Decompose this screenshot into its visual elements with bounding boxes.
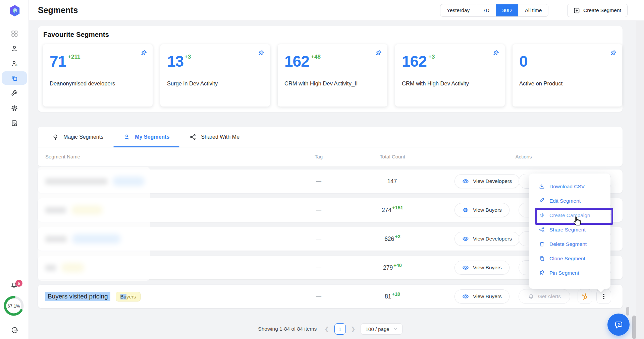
get-alerts-button[interactable]: Get Alerts bbox=[519, 289, 570, 304]
menu-item-edit-segment[interactable]: Edit Segment bbox=[529, 194, 610, 208]
page-size-value: 100 / page bbox=[366, 326, 389, 332]
segment-name: Buyers visited pricing bbox=[45, 292, 110, 301]
card-value: 71 bbox=[50, 52, 66, 70]
column-actions: Actions bbox=[497, 154, 550, 159]
tab-label: Magic Segments bbox=[63, 134, 103, 140]
tab-shared-with-me[interactable]: Shared With Me bbox=[179, 127, 250, 147]
tag-badge: Buyers bbox=[116, 292, 141, 301]
row-menu-button[interactable] bbox=[596, 289, 611, 304]
card-label: Deanonymised developers bbox=[50, 80, 115, 87]
tab-my-segments[interactable]: My Segments bbox=[113, 127, 179, 147]
redacted-tag-badge bbox=[61, 263, 84, 272]
menu-item-label: Clone Segment bbox=[549, 256, 585, 262]
segment-name-cell bbox=[45, 256, 84, 279]
filter-7d[interactable]: 7D bbox=[476, 4, 496, 16]
next-page-button[interactable]: ❯ bbox=[351, 326, 356, 332]
favourites-heading: Favourite Segments bbox=[43, 30, 109, 39]
tab-magic-segments[interactable]: Magic Segments bbox=[42, 127, 113, 147]
edit-icon bbox=[539, 198, 545, 204]
download-icon bbox=[539, 183, 545, 190]
sidebar-item-buyers[interactable]: $ bbox=[0, 57, 29, 70]
view-developers-button[interactable]: View Developers bbox=[454, 232, 520, 246]
card-delta: +211 bbox=[68, 54, 80, 60]
count-value: 274 bbox=[382, 207, 391, 214]
filter-all-time[interactable]: All time bbox=[518, 4, 548, 16]
count-cell: 626 +2 bbox=[356, 227, 429, 251]
sidebar-item-tools[interactable] bbox=[0, 86, 29, 100]
menu-item-delete-segment[interactable]: Delete Segment bbox=[529, 237, 610, 251]
favourite-card[interactable]: 162 +3 CRM with High Dev Activity bbox=[395, 44, 505, 107]
favourite-card[interactable]: 0 Active on Product bbox=[513, 44, 622, 107]
sidebar-item-settings[interactable] bbox=[0, 101, 29, 115]
eye-icon bbox=[462, 207, 469, 213]
time-filter-group: Yesterday 7D 30D All time bbox=[440, 4, 548, 17]
table-header-row: Segment Name Tag Total Count Actions bbox=[38, 147, 623, 166]
card-value: 162 bbox=[284, 52, 309, 70]
redacted-segment-name bbox=[45, 265, 56, 271]
sidebar-item-developers[interactable] bbox=[0, 42, 29, 55]
favourite-card[interactable]: 162 +48 CRM with High Dev Activity_II bbox=[278, 44, 387, 107]
count-value: 147 bbox=[387, 178, 397, 185]
pin-icon[interactable] bbox=[258, 50, 265, 57]
pin-icon[interactable] bbox=[375, 50, 382, 57]
menu-item-share-segment[interactable]: Share Segment bbox=[529, 222, 610, 237]
eye-icon bbox=[462, 264, 469, 271]
hand-cursor bbox=[572, 216, 582, 227]
tag-cell: — bbox=[304, 198, 334, 222]
sidebar-item-dashboard[interactable] bbox=[0, 27, 29, 40]
tag-cell: — bbox=[304, 170, 334, 193]
card-label: Active on Product bbox=[519, 80, 562, 87]
page-number-button[interactable]: 1 bbox=[334, 323, 346, 335]
prev-page-button[interactable]: ❮ bbox=[324, 326, 329, 332]
menu-item-create-campaign[interactable]: Create Campaign bbox=[529, 208, 610, 222]
plus-square-icon bbox=[574, 7, 580, 14]
menu-item-download-csv[interactable]: Download CSV bbox=[529, 179, 610, 194]
sidebar-item-reports[interactable] bbox=[0, 117, 29, 130]
svg-text:?: ? bbox=[618, 323, 620, 327]
pagination: Showing 1-84 of 84 items ❮ 1 ❯ 100 / pag… bbox=[38, 322, 623, 336]
menu-item-pin-segment[interactable]: Pin Segment bbox=[529, 266, 610, 280]
filter-yesterday[interactable]: Yesterday bbox=[440, 4, 476, 16]
view-developers-button[interactable]: View Developers bbox=[454, 174, 520, 188]
lightbulb-icon bbox=[52, 134, 59, 140]
pin-icon[interactable] bbox=[492, 50, 499, 57]
menu-item-label: Download CSV bbox=[549, 184, 585, 190]
page-scrollbar-thumb[interactable] bbox=[632, 316, 636, 339]
count-cell: 279 +40 bbox=[356, 256, 429, 279]
tab-label: My Segments bbox=[135, 134, 169, 140]
inner-scrollbar-thumb[interactable] bbox=[626, 307, 629, 316]
logout-button[interactable] bbox=[11, 326, 18, 335]
share-nodes-icon bbox=[190, 134, 196, 140]
view-buyers-button[interactable]: View Buyers bbox=[454, 261, 509, 275]
redacted-tag-badge bbox=[71, 205, 103, 215]
app-logo[interactable] bbox=[8, 4, 21, 17]
dots-icon bbox=[603, 294, 604, 295]
filter-30d[interactable]: 30D bbox=[496, 4, 518, 16]
share-icon bbox=[539, 226, 545, 233]
page-size-select[interactable]: 100 / page bbox=[361, 323, 402, 335]
menu-item-clone-segment[interactable]: Clone Segment bbox=[529, 251, 610, 266]
help-chat-fab[interactable]: ? bbox=[607, 314, 630, 336]
scrollbar-track[interactable] bbox=[636, 0, 644, 339]
view-buyers-button[interactable]: View Buyers bbox=[454, 289, 509, 303]
view-buyers-button[interactable]: View Buyers bbox=[454, 203, 509, 217]
sidebar-item-segments[interactable] bbox=[0, 71, 29, 85]
redacted-segment-name bbox=[45, 178, 107, 185]
pagination-summary: Showing 1-84 of 84 items bbox=[258, 326, 317, 332]
pin-icon[interactable] bbox=[140, 50, 147, 57]
column-segment-name: Segment Name bbox=[45, 154, 80, 159]
usage-progress-ring[interactable]: 67.1% bbox=[3, 295, 24, 317]
favourite-card[interactable]: 13 +3 Surge in Dev Activity bbox=[160, 44, 270, 107]
notification-count-badge: 6 bbox=[15, 280, 22, 287]
create-segment-button[interactable]: Create Segment bbox=[567, 4, 628, 17]
column-total-count: Total Count bbox=[366, 154, 419, 159]
hubspot-icon bbox=[581, 292, 589, 300]
favourite-card[interactable]: 71 +211 Deanonymised developers bbox=[43, 44, 153, 107]
redacted-tag-badge bbox=[72, 234, 121, 244]
view-button-label: View Developers bbox=[473, 178, 512, 184]
clone-icon bbox=[539, 255, 545, 262]
pin-icon[interactable] bbox=[610, 50, 617, 57]
hubspot-sync-button[interactable] bbox=[578, 289, 592, 304]
notifications-button[interactable]: 6 bbox=[10, 281, 18, 291]
card-value: 13 bbox=[167, 52, 183, 70]
